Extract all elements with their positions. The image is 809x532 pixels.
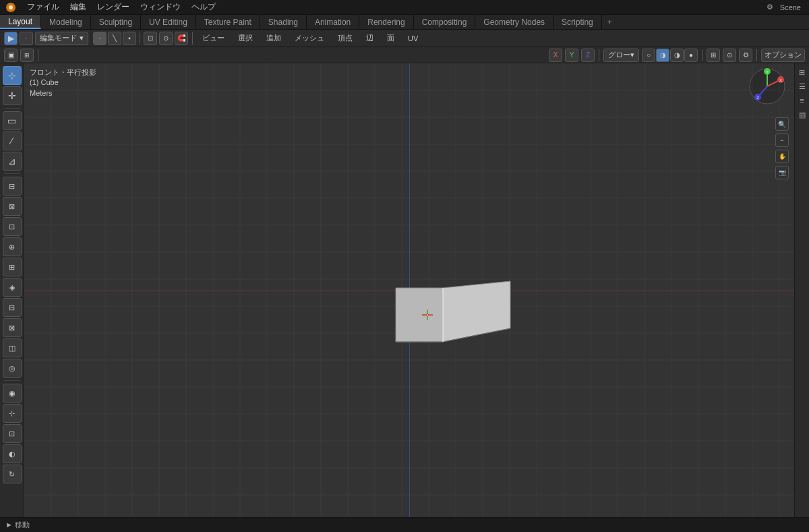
3d-viewport[interactable]: フロント・平行投影 (1) Cube Meters bbox=[24, 63, 794, 517]
menu-render[interactable]: レンダー bbox=[92, 0, 135, 14]
solid-shading[interactable]: ◑ bbox=[656, 49, 669, 62]
zoom-out-btn[interactable]: − bbox=[775, 134, 789, 147]
svg-text:Y: Y bbox=[766, 70, 769, 74]
shading-selector: ○ ◑ ◑ ● bbox=[642, 49, 698, 62]
engine-selector[interactable]: ⚙ bbox=[767, 3, 773, 11]
rendered-shading[interactable]: ● bbox=[684, 49, 698, 62]
tool-sep-1 bbox=[4, 108, 20, 109]
edge-menu[interactable]: 辺 bbox=[361, 32, 379, 45]
tab-compositing[interactable]: Compositing bbox=[414, 15, 476, 29]
viewport-mode-icon[interactable]: ▶ bbox=[4, 32, 18, 45]
offset-edge-btn[interactable]: ⊠ bbox=[3, 318, 22, 337]
sidebar-tool-btn[interactable]: ▤ bbox=[796, 109, 808, 121]
tab-geometry-nodes[interactable]: Geometry Nodes bbox=[475, 15, 553, 29]
add-circle-btn[interactable]: ⊡ bbox=[3, 217, 22, 236]
lock-y[interactable]: Y bbox=[565, 49, 578, 62]
polypen-btn[interactable]: ◎ bbox=[3, 359, 22, 378]
loop-cut-btn[interactable]: ⊟ bbox=[3, 298, 22, 317]
status-text: ► 移動 bbox=[5, 520, 30, 530]
select-box-btn[interactable]: ▭ bbox=[3, 111, 22, 130]
options-button[interactable]: オプション bbox=[761, 49, 805, 62]
shear-btn[interactable]: ◐ bbox=[3, 444, 22, 463]
viewport-controls-right: 🔍 − ✋ 📷 bbox=[775, 117, 789, 179]
extrude-btn[interactable]: ⊕ bbox=[3, 237, 22, 256]
sidebar-view-btn[interactable]: ☰ bbox=[796, 80, 808, 92]
menu-help[interactable]: ヘルプ bbox=[186, 0, 221, 14]
menu-edit[interactable]: 編集 bbox=[65, 0, 92, 14]
tab-scripting[interactable]: Scripting bbox=[553, 15, 602, 29]
face-menu[interactable]: 面 bbox=[382, 32, 400, 45]
face-select[interactable]: ▪ bbox=[123, 32, 136, 45]
mesh-select-mode: · ╲ ▪ bbox=[93, 32, 136, 45]
select-menu[interactable]: 選択 bbox=[233, 32, 258, 45]
tab-uv-editing[interactable]: UV Editing bbox=[141, 15, 196, 29]
menu-window[interactable]: ウィンドウ bbox=[135, 0, 186, 14]
sidebar-item-btn[interactable]: ≡ bbox=[796, 94, 808, 107]
tab-modeling[interactable]: Modeling bbox=[41, 15, 91, 29]
add-workspace-button[interactable]: + bbox=[602, 15, 618, 29]
wireframe-shading[interactable]: ○ bbox=[642, 49, 655, 62]
knife-btn[interactable]: ◫ bbox=[3, 338, 22, 357]
left-toolbar: ⊹ ✛ ▭ ∕ ⊿ ⊟ ⊠ ⊡ ⊕ ⊞ ◈ ⊟ ⊠ ◫ ◎ ◉ ⊹ ⊡ ◐ ↻ bbox=[0, 63, 24, 517]
snap-toggle[interactable]: 🧲 bbox=[175, 32, 188, 45]
edge-slide-btn[interactable]: ⊹ bbox=[3, 404, 22, 423]
shrink-btn[interactable]: ⊡ bbox=[3, 424, 22, 443]
spin-btn[interactable]: ↻ bbox=[3, 465, 22, 483]
lock-z[interactable]: Z bbox=[581, 49, 595, 62]
material-shading[interactable]: ◑ bbox=[670, 49, 684, 62]
uv-menu[interactable]: UV bbox=[402, 33, 423, 44]
lock-x[interactable]: X bbox=[549, 49, 562, 62]
smooth-btn[interactable]: ◉ bbox=[3, 384, 22, 403]
viewport-right-toolbar: X Y Z グロー▾ ○ ◑ ◑ ● ⊞ ⊙ ⚙ オプション bbox=[549, 49, 805, 62]
mode-dropdown[interactable]: 編集モード ▾ bbox=[35, 32, 88, 45]
separator-2 bbox=[192, 32, 193, 45]
svg-marker-3 bbox=[443, 281, 510, 342]
select-mode-vertex[interactable]: · bbox=[20, 32, 33, 45]
viewport-gizmo[interactable]: Y X Z bbox=[748, 67, 789, 108]
proportional-edit[interactable]: ⊙ bbox=[159, 32, 173, 45]
scene-dropdown[interactable]: Scene bbox=[780, 3, 801, 11]
viewport-type-icon[interactable]: ▣ bbox=[4, 49, 18, 62]
main-area: ⊹ ✛ ▭ ∕ ⊿ ⊟ ⊠ ⊡ ⊕ ⊞ ◈ ⊟ ⊠ ◫ ◎ ◉ ⊹ ⊡ ◐ ↻ … bbox=[0, 63, 809, 517]
tab-shading[interactable]: Shading bbox=[260, 15, 307, 29]
add-menu[interactable]: 追加 bbox=[261, 32, 287, 45]
bevel-btn[interactable]: ◈ bbox=[3, 278, 22, 297]
tab-sculpting[interactable]: Sculpting bbox=[91, 15, 141, 29]
view-menu[interactable]: ビュー bbox=[197, 32, 230, 45]
add-cube-btn[interactable]: ⊟ bbox=[3, 177, 22, 196]
add-plane-btn[interactable]: ⊠ bbox=[3, 197, 22, 216]
menu-file[interactable]: ファイル bbox=[22, 0, 65, 14]
gizmo-settings[interactable]: ⊙ bbox=[723, 49, 736, 62]
camera-view-btn[interactable]: 📷 bbox=[775, 166, 789, 179]
annotate-btn[interactable]: ∕ bbox=[3, 131, 22, 150]
mesh-menu[interactable]: メッシュ bbox=[289, 32, 330, 45]
sidebar-tools-btn[interactable]: ⊞ bbox=[796, 66, 808, 78]
svg-text:X: X bbox=[779, 78, 782, 82]
pan-btn[interactable]: ✋ bbox=[775, 150, 789, 163]
tab-texture-paint[interactable]: Texture Paint bbox=[196, 15, 260, 29]
move-tool-btn[interactable]: ✛ bbox=[3, 86, 22, 105]
object-name-label: (1) Cube bbox=[30, 78, 96, 88]
edge-select[interactable]: ╲ bbox=[108, 32, 121, 45]
top-right-area: ⚙ Scene bbox=[767, 3, 806, 11]
viewport-info: フロント・平行投影 (1) Cube Meters bbox=[30, 67, 96, 98]
viewport-options[interactable]: ⚙ bbox=[739, 49, 752, 62]
right-sidebar: ⊞ ☰ ≡ ▤ bbox=[794, 63, 809, 517]
overlay-dropdown[interactable]: グロー▾ bbox=[603, 49, 639, 62]
tab-layout[interactable]: Layout bbox=[0, 15, 41, 29]
inset-btn[interactable]: ⊞ bbox=[3, 258, 22, 276]
xray-toggle[interactable]: ⊡ bbox=[144, 32, 157, 45]
tool-sep-3 bbox=[4, 380, 20, 381]
tab-animation[interactable]: Animation bbox=[307, 15, 359, 29]
zoom-in-btn[interactable]: 🔍 bbox=[775, 117, 789, 131]
projection-label: フロント・平行投影 bbox=[30, 67, 96, 78]
vertex-select[interactable]: · bbox=[93, 32, 107, 45]
svg-text:Z: Z bbox=[756, 96, 759, 100]
overlays-icon[interactable]: ⊞ bbox=[707, 49, 720, 62]
camera-persp-toggle[interactable]: ⊞ bbox=[20, 49, 34, 62]
measure-btn[interactable]: ⊿ bbox=[3, 152, 22, 171]
vertex-menu[interactable]: 頂点 bbox=[332, 32, 358, 45]
cursor-tool-btn[interactable]: ⊹ bbox=[3, 66, 22, 85]
blender-logo[interactable] bbox=[3, 1, 19, 13]
tab-rendering[interactable]: Rendering bbox=[359, 15, 413, 29]
